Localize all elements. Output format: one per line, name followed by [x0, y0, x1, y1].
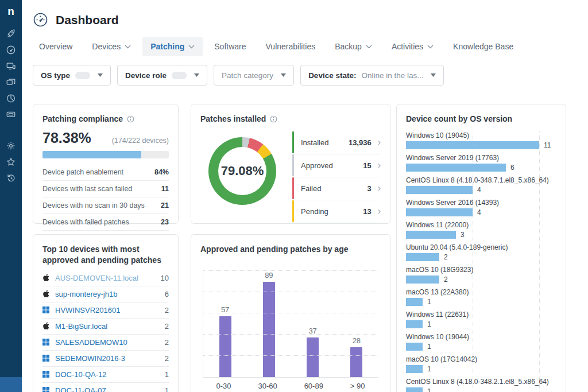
device-name-link[interactable]: sup-monterey-jh1b [55, 290, 117, 298]
device-name-link[interactable]: M1-BigSur.local [55, 322, 107, 331]
gauge-icon[interactable] [6, 45, 16, 55]
os-version-list: Windows 10 (19045)11Windows Server 2019 … [406, 131, 556, 392]
app-logo[interactable]: n [7, 6, 14, 17]
ticket-icon[interactable] [6, 109, 16, 119]
os-label: Windows 10 (19045) [406, 131, 556, 139]
age-bar [219, 316, 231, 377]
legend-color-bar [292, 177, 294, 199]
info-icon[interactable] [127, 115, 134, 123]
legend-row-failed[interactable]: Failed3› [292, 177, 381, 200]
legend-value: 15 [363, 161, 371, 170]
pie-chart-icon[interactable] [6, 93, 16, 103]
filter-os-type[interactable]: OS type [33, 65, 111, 86]
legend-label: Installed [301, 138, 328, 147]
tab-software[interactable]: Software [206, 37, 254, 56]
stat-value: 84% [154, 168, 169, 176]
chevron-down-icon [125, 45, 131, 49]
caret-down-icon [98, 73, 103, 77]
os-value: 1 [427, 320, 431, 328]
tab-label: Devices [92, 42, 121, 51]
gear-icon[interactable] [6, 141, 16, 151]
legend-row-approved[interactable]: Approved15› [292, 154, 381, 177]
os-value: 2 [444, 275, 448, 284]
os-bar-row: 1 [406, 298, 556, 306]
os-item-windows-11-22000: Windows 11 (22000)3 [406, 221, 556, 239]
filter-device-role[interactable]: Device role [117, 65, 207, 86]
os-item-windows-10-19044: Windows 10 (19044)1 [406, 333, 556, 351]
os-label: CentOS Linux 8 (4.18.0-348.7.1.el8_5.x86… [406, 176, 556, 184]
device-name-link[interactable]: DOC-10-QA-12 [55, 370, 107, 379]
device-row-salesaddemow10: SALESADDEMOW102 [42, 335, 169, 351]
age-gridline [203, 334, 378, 335]
sidebar-corner-button[interactable] [0, 377, 22, 392]
legend-row-pending[interactable]: Pending13› [292, 200, 381, 223]
tab-activities[interactable]: Activities [384, 37, 442, 56]
filter-label: Device role [125, 71, 167, 80]
device-name-link[interactable]: SEDEMOWIN2016-3 [55, 354, 125, 363]
info-icon[interactable] [270, 115, 277, 123]
device-name-link[interactable]: SALESADDEMOW10 [55, 338, 127, 347]
os-bar-row: 1 [406, 387, 556, 392]
patches-donut-chart: 79.08% [208, 137, 276, 205]
device-patch-count: 2 [165, 306, 169, 315]
top-devices-title: Top 10 devices with most approved and pe… [42, 244, 169, 266]
os-bar [406, 387, 423, 392]
compliance-percent: 78.38% [42, 130, 91, 146]
os-label: macOS 13 (22A380) [406, 288, 556, 296]
os-bar-row: 2 [406, 275, 556, 284]
device-patch-count: 1 [165, 386, 169, 392]
rocket-icon[interactable] [6, 29, 16, 39]
legend-label: Failed [301, 184, 321, 193]
device-name-link[interactable]: DOC-11-QA-07 [55, 386, 106, 392]
os-value: 4 [477, 186, 481, 194]
tab-overview[interactable]: Overview [31, 37, 80, 56]
age-category-90: > 90 [350, 382, 365, 390]
stat-row-devices-with-failed-patches: Devices with failed patches23 [42, 214, 169, 231]
star-icon[interactable] [6, 157, 16, 167]
filter-label: Device state: [308, 71, 356, 80]
multi-device-icon[interactable] [6, 77, 16, 87]
os-item-centos-linux-8-4-18-0-348-2-1-el8-5-x86-64: CentOS Linux 8 (4.18.0-348.2.1.el8_5.x86… [406, 378, 556, 392]
os-value: 1 [427, 365, 431, 373]
filter-label: OS type [41, 71, 70, 80]
patches-by-age-card: Approved and pending patches by age 5789… [191, 234, 390, 392]
age-gridline [203, 270, 378, 271]
legend-color-bar [292, 131, 294, 153]
stat-value: 11 [161, 185, 169, 193]
legend-value: 13,936 [349, 138, 372, 147]
legend-row-installed[interactable]: Installed13,936› [292, 131, 381, 154]
windows-icon [42, 371, 50, 378]
os-item-centos-linux-8-4-18-0-348-7-1-el8-5-x86-64: CentOS Linux 8 (4.18.0-348.7.1.el8_5.x86… [406, 176, 556, 194]
sidebar: n [0, 0, 22, 392]
legend-color-bar [292, 200, 294, 222]
stat-row-devices-with-no-scan-in-30-days: Devices with no scan in 30 days21 [42, 197, 169, 214]
tab-bar: OverviewDevicesPatchingSoftwareVulnerabi… [31, 37, 588, 56]
patches-legend: Installed13,936›Approved15›Failed3›Pendi… [292, 131, 381, 223]
tab-label: Backup [335, 42, 362, 51]
device-name-link[interactable]: HVWINSVR201601 [55, 306, 120, 315]
chevron-down-icon [366, 45, 372, 49]
tab-vulnerabilities[interactable]: Vulnerabilities [258, 37, 324, 56]
device-row-doc-10-qa-12: DOC-10-QA-121 [42, 367, 169, 383]
chevron-right-icon: › [378, 161, 381, 170]
card-title-text: Patches installed [200, 114, 266, 125]
age-bar-value: 28 [353, 336, 361, 345]
history-icon[interactable] [6, 173, 16, 183]
remote-devices-icon[interactable] [6, 61, 16, 71]
legend-color-bar [292, 154, 294, 176]
os-value: 4 [477, 208, 481, 216]
tab-patching[interactable]: Patching [142, 37, 203, 56]
tab-backup[interactable]: Backup [327, 37, 380, 56]
os-version-card: Device count by OS version Windows 10 (1… [396, 104, 566, 392]
filter-device-state[interactable]: Device state:Online in the las... [300, 65, 444, 86]
tab-devices[interactable]: Devices [84, 37, 139, 56]
os-label: Windows Server 2016 (14393) [406, 199, 556, 207]
stat-row-device-patch-enablement: Device patch enablement84% [42, 164, 169, 181]
tab-knowledge-base[interactable]: Knowledge Base [445, 37, 521, 56]
windows-icon [42, 387, 50, 392]
device-name-link[interactable]: AUS-DEMOVEN-11.local [55, 274, 138, 282]
stat-row-devices-with-last-scan-failed: Devices with last scan failed11 [42, 181, 169, 197]
filter-patch-category[interactable]: Patch category [214, 65, 294, 86]
age-bar-chart: 57893728 0-3030-6060-89> 90 [200, 271, 381, 390]
chevron-down-icon [427, 45, 434, 49]
